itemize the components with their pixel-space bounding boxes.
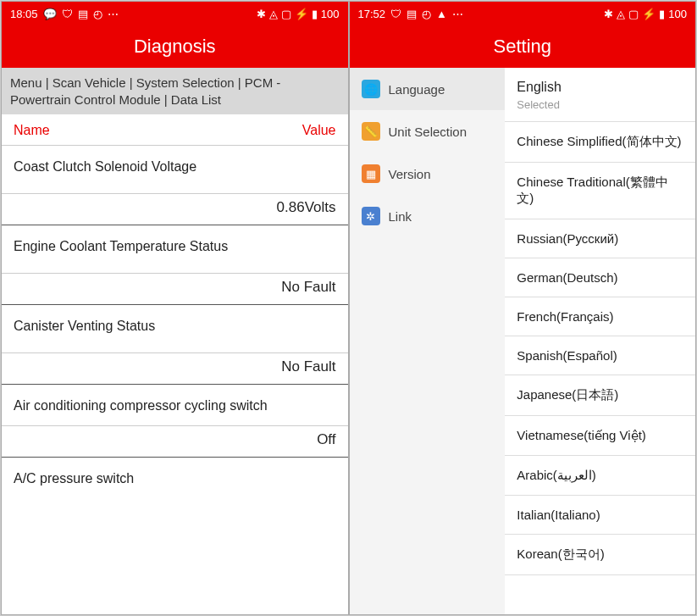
menu-item-unit[interactable]: 📏 Unit Selection xyxy=(350,110,506,153)
data-row[interactable]: Engine Coolant Temperature Status No Fau… xyxy=(2,225,348,305)
column-headers: Name Value xyxy=(2,114,348,146)
param-value: Off xyxy=(2,425,348,457)
page-title: Diagnosis xyxy=(2,25,348,68)
warning-icon: ▲ xyxy=(436,8,447,20)
language-option[interactable]: Chinese Simplified(简体中文) xyxy=(505,122,695,163)
settings-menu: 🌐 Language 📏 Unit Selection ▦ Version ✲ … xyxy=(350,68,506,614)
shield-icon: 🛡 xyxy=(390,8,401,20)
battery-pct: 100 xyxy=(668,8,687,20)
menu-item-language[interactable]: 🌐 Language xyxy=(350,68,506,110)
language-option[interactable]: Italian(Italiano) xyxy=(505,496,695,535)
param-name: A/C pressure switch xyxy=(2,458,348,505)
data-row[interactable]: Air conditioning compressor cycling swit… xyxy=(2,385,348,458)
grid-icon: ▦ xyxy=(362,164,380,183)
battery-icon: ▮ xyxy=(312,8,318,20)
data-row[interactable]: Canister Venting Status No Fault xyxy=(2,305,348,385)
param-name: Engine Coolant Temperature Status xyxy=(2,225,348,273)
setting-screen: 17:52 🛡 ▤ ◴ ▲ ⋯ ✱ ◬ ▢ ⚡ ▮ 100 Setting 🌐 … xyxy=(349,1,697,615)
rotate-icon: ▢ xyxy=(281,8,291,20)
note-icon: ▤ xyxy=(78,8,88,20)
param-name: Canister Venting Status xyxy=(2,305,348,352)
diagnosis-screen: 18:05 💬 🛡 ▤ ◴ ⋯ ✱ ◬ ▢ ⚡ ▮ 100 Diagnosis … xyxy=(1,1,349,615)
language-option[interactable]: Arabic(العربية) xyxy=(505,456,695,496)
shield-icon: 🛡 xyxy=(62,8,73,20)
selected-language: English xyxy=(505,68,695,97)
param-value: 0.86Volts xyxy=(2,193,348,225)
menu-item-link[interactable]: ✲ Link xyxy=(350,195,506,237)
language-option[interactable]: Russian(Русский) xyxy=(505,219,695,258)
param-value: No Fault xyxy=(2,273,348,304)
more-icon: ⋯ xyxy=(452,8,463,20)
page-title: Setting xyxy=(350,25,696,68)
clock-icon: ◴ xyxy=(422,8,431,20)
menu-label: Unit Selection xyxy=(389,125,467,139)
ruler-icon: 📏 xyxy=(362,122,380,141)
param-name: Coast Clutch Solenoid Voltage xyxy=(2,146,348,193)
note-icon: ▤ xyxy=(407,8,417,20)
param-value: No Fault xyxy=(2,352,348,384)
wifi-icon: ◬ xyxy=(269,8,278,20)
clock-icon: ◴ xyxy=(93,8,102,20)
bluetooth-icon: ✱ xyxy=(257,8,266,20)
rotate-icon: ▢ xyxy=(628,8,639,20)
status-bar: 18:05 💬 🛡 ▤ ◴ ⋯ ✱ ◬ ▢ ⚡ ▮ 100 xyxy=(2,2,348,25)
col-name-label: Name xyxy=(14,123,50,138)
bluetooth-icon: ✱ xyxy=(604,8,613,20)
language-option[interactable]: German(Deutsch) xyxy=(505,258,695,297)
battery-pct: 100 xyxy=(321,8,340,20)
status-time: 17:52 xyxy=(358,8,386,20)
status-bar: 17:52 🛡 ▤ ◴ ▲ ⋯ ✱ ◬ ▢ ⚡ ▮ 100 xyxy=(350,2,696,25)
menu-label: Version xyxy=(389,167,431,181)
globe-icon: 🌐 xyxy=(362,80,380,98)
breadcrumb: Menu | Scan Vehicle | System Selection |… xyxy=(2,68,348,114)
param-name: Air conditioning compressor cycling swit… xyxy=(2,385,348,425)
language-option[interactable]: Vietnamese(tiếng Việt) xyxy=(505,416,695,456)
data-row[interactable]: Coast Clutch Solenoid Voltage 0.86Volts xyxy=(2,146,348,225)
language-option[interactable]: French(Français) xyxy=(505,297,695,336)
more-icon: ⋯ xyxy=(108,8,119,20)
wifi-icon: ◬ xyxy=(617,8,625,20)
language-option[interactable]: Japanese(日本語) xyxy=(505,375,695,416)
language-option[interactable]: Korean(한국어) xyxy=(505,535,695,575)
col-value-label: Value xyxy=(302,123,336,138)
bolt-icon: ⚡ xyxy=(295,8,308,20)
menu-item-version[interactable]: ▦ Version xyxy=(350,153,506,195)
link-icon: ✲ xyxy=(362,207,380,225)
language-option[interactable]: Chinese Traditional(繁體中文) xyxy=(505,163,695,219)
language-option[interactable]: Spanish(Español) xyxy=(505,336,695,375)
menu-label: Link xyxy=(389,209,412,224)
menu-label: Language xyxy=(389,82,445,97)
selected-label: Selected xyxy=(505,97,695,122)
battery-icon: ▮ xyxy=(659,8,665,20)
chat-icon: 💬 xyxy=(43,8,57,20)
data-row[interactable]: A/C pressure switch xyxy=(2,458,348,505)
bolt-icon: ⚡ xyxy=(642,8,656,20)
status-time: 18:05 xyxy=(10,8,38,20)
language-panel[interactable]: English Selected Chinese Simplified(简体中文… xyxy=(505,68,695,614)
